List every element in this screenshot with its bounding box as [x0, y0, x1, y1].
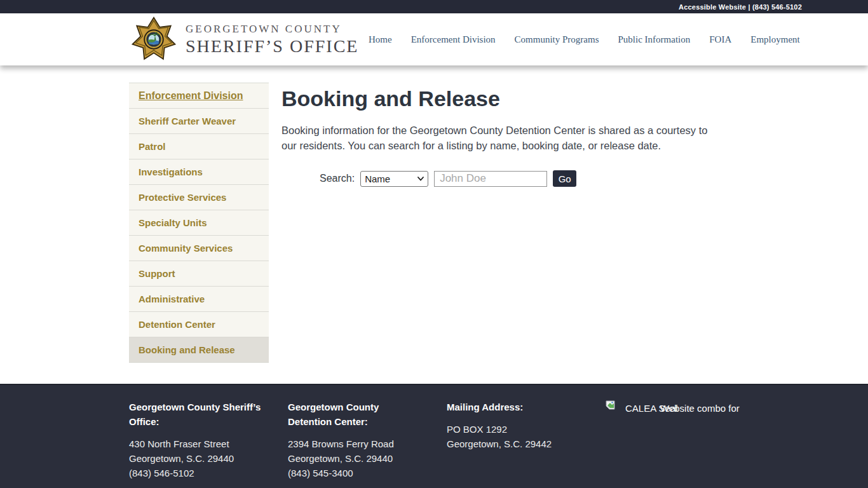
- footer-address-line: 2394 Browns Ferry Road: [288, 437, 447, 451]
- search-type-select[interactable]: Name: [360, 171, 428, 187]
- footer-heading-detention-center: Georgetown County Detention Center:: [288, 400, 396, 429]
- site-header: GEORGETOWN COUNTY SHERIFF’S OFFICE Home …: [0, 13, 868, 65]
- search-label: Search:: [320, 173, 355, 184]
- intro-paragraph: Booking information for the Georgetown C…: [281, 123, 723, 153]
- sidebar-item-administrative[interactable]: Administrative: [129, 287, 269, 312]
- nav-public-information[interactable]: Public Information: [618, 34, 690, 45]
- sidebar-item-enforcement-division[interactable]: Enforcement Division: [129, 83, 269, 109]
- nav-home[interactable]: Home: [369, 34, 392, 45]
- footer-phone: (843) 546-5102: [129, 466, 288, 480]
- footer-col-sheriffs-office: Georgetown County Sheriff’s Office: 430 …: [129, 400, 288, 480]
- footer: Georgetown County Sheriff’s Office: 430 …: [0, 384, 868, 488]
- sheriff-badge-icon: [130, 15, 177, 64]
- sidebar-item-booking-and-release[interactable]: Booking and Release: [129, 337, 269, 363]
- footer-col-mailing-address: Mailing Address: PO BOX 1292 Georgetown,…: [447, 400, 606, 480]
- page-title: Booking and Release: [281, 86, 733, 111]
- footer-columns: Georgetown County Sheriff’s Office: 430 …: [0, 385, 868, 480]
- sidebar-item-specialty-units[interactable]: Specialty Units: [129, 210, 269, 236]
- go-button[interactable]: Go: [553, 170, 576, 187]
- search-type-select-wrap: Name: [360, 171, 428, 187]
- logo-line1: GEORGETOWN COUNTY: [186, 23, 358, 36]
- sidebar-item-protective-services[interactable]: Protective Services: [129, 185, 269, 210]
- sidebar-item-sheriff-carter-weaver[interactable]: Sheriff Carter Weaver: [129, 109, 269, 134]
- logo[interactable]: GEORGETOWN COUNTY SHERIFF’S OFFICE: [130, 15, 358, 64]
- sidebar-item-investigations[interactable]: Investigations: [129, 159, 269, 185]
- sidebar: Enforcement Division Sheriff Carter Weav…: [129, 83, 269, 363]
- footer-address-line: 430 North Fraser Street: [129, 437, 288, 451]
- topbar-accessibility-phone[interactable]: Accessible Website | (843) 546-5102: [679, 3, 802, 11]
- footer-heading-sheriffs-office: Georgetown County Sheriff’s Office:: [129, 400, 266, 429]
- page: Accessible Website | (843) 546-5102 GEOR…: [0, 0, 868, 488]
- footer-col-detention-center: Georgetown County Detention Center: 2394…: [288, 400, 447, 480]
- search-form: Search: Name Go: [320, 170, 733, 187]
- footer-address-line: Georgetown, S.C. 29440: [129, 451, 288, 466]
- search-input[interactable]: [434, 171, 547, 187]
- footer-address-line: Georgetown, S.C. 29442: [447, 437, 606, 451]
- main-content: Booking and Release Booking information …: [281, 65, 733, 187]
- footer-address-line: Georgetown, S.C. 29440: [288, 451, 447, 466]
- footer-heading-mailing-address: Mailing Address:: [447, 400, 606, 414]
- topbar: Accessible Website | (843) 546-5102: [0, 0, 868, 13]
- content-area: Enforcement Division Sheriff Carter Weav…: [0, 65, 868, 384]
- footer-col-calea-seal: CALEA Seal Website combo for: [606, 400, 745, 480]
- broken-image-icon: [606, 400, 615, 410]
- footer-phone: (843) 545-3400: [288, 466, 447, 480]
- nav-foia[interactable]: FOIA: [709, 34, 731, 45]
- logo-text: GEORGETOWN COUNTY SHERIFF’S OFFICE: [186, 23, 358, 57]
- sidebar-item-community-services[interactable]: Community Services: [129, 236, 269, 261]
- calea-seal-alt-text: Website combo for: [660, 401, 740, 416]
- main-nav: Home Enforcement Division Community Prog…: [369, 13, 800, 65]
- logo-line2: SHERIFF’S OFFICE: [186, 36, 358, 57]
- sidebar-item-patrol[interactable]: Patrol: [129, 134, 269, 159]
- footer-address-line: PO BOX 1292: [447, 422, 606, 437]
- nav-community-programs[interactable]: Community Programs: [515, 34, 599, 45]
- nav-employment[interactable]: Employment: [750, 34, 800, 45]
- sidebar-item-support[interactable]: Support: [129, 261, 269, 287]
- sidebar-item-detention-center[interactable]: Detention Center: [129, 312, 269, 337]
- nav-enforcement-division[interactable]: Enforcement Division: [411, 34, 496, 45]
